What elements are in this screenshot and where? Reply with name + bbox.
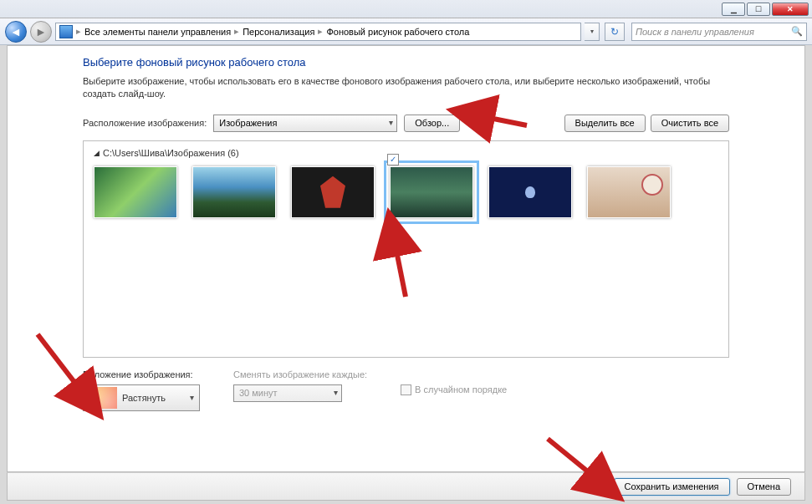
maximize-button[interactable] xyxy=(747,3,770,16)
shuffle-label: В случайном порядке xyxy=(415,384,507,395)
wallpaper-thumbnail[interactable] xyxy=(390,166,473,218)
wallpaper-thumbnail[interactable] xyxy=(488,166,572,218)
search-icon: 🔍 xyxy=(791,26,803,37)
content-pane: Выберите фоновый рисунок рабочего стола … xyxy=(7,45,805,472)
address-dropdown-button[interactable]: ▾ xyxy=(585,23,600,41)
folder-header[interactable]: ◢ C:\Users\Шива\Изображения (6) xyxy=(94,148,718,158)
cancel-button[interactable]: Отмена xyxy=(737,478,791,496)
position-value: Растянуть xyxy=(122,393,166,403)
clear-all-button[interactable]: Очистить все xyxy=(651,115,729,132)
breadcrumb-level2[interactable]: Фоновый рисунок рабочего стола xyxy=(326,27,469,37)
back-button[interactable]: ◄ xyxy=(5,21,27,43)
collapse-icon: ◢ xyxy=(94,149,100,157)
wallpaper-thumbnail[interactable] xyxy=(587,166,671,218)
interval-dropdown: 30 минут xyxy=(233,384,342,402)
wallpaper-thumbnail[interactable] xyxy=(192,166,276,218)
select-all-button[interactable]: Выделить все xyxy=(564,115,646,132)
breadcrumb-sep-icon: ▸ xyxy=(234,26,239,37)
wallpaper-thumbnail[interactable] xyxy=(291,166,375,218)
breadcrumb-root[interactable]: Все элементы панели управления xyxy=(84,27,231,37)
wallpaper-thumbnail[interactable] xyxy=(94,166,177,218)
forward-button[interactable]: ► xyxy=(30,21,52,43)
navigation-bar: ◄ ► ▸ Все элементы панели управления ▸ П… xyxy=(0,18,812,45)
control-panel-icon xyxy=(59,25,73,38)
browse-button[interactable]: Обзор... xyxy=(404,115,460,132)
thumbnail-checkbox[interactable] xyxy=(387,154,399,165)
interval-value: 30 минут xyxy=(239,388,278,398)
breadcrumb-level1[interactable]: Персонализация xyxy=(243,27,314,37)
interval-label: Сменять изображение каждые: xyxy=(233,369,367,379)
save-button[interactable]: Сохранить изменения xyxy=(614,478,730,496)
close-button[interactable] xyxy=(772,3,809,16)
breadcrumb-sep-icon: ▸ xyxy=(318,26,323,37)
location-value: Изображения xyxy=(219,118,277,128)
location-label: Расположение изображения: xyxy=(83,118,207,128)
minimize-button[interactable] xyxy=(722,3,745,16)
location-dropdown[interactable]: Изображения xyxy=(213,115,397,132)
page-description: Выберите изображение, чтобы использовать… xyxy=(83,75,729,101)
position-label: Положение изображения: xyxy=(83,369,200,379)
address-bar[interactable]: ▸ Все элементы панели управления ▸ Персо… xyxy=(55,23,581,41)
position-dropdown[interactable]: Растянуть xyxy=(83,384,200,411)
folder-path: C:\Users\Шива\Изображения (6) xyxy=(103,148,239,158)
position-preview-icon xyxy=(85,387,117,409)
refresh-button[interactable]: ↻ xyxy=(605,23,625,41)
window-titlebar xyxy=(0,0,812,18)
dialog-footer: Сохранить изменения Отмена xyxy=(7,472,805,501)
breadcrumb-sep-icon: ▸ xyxy=(76,26,81,37)
page-title: Выберите фоновый рисунок рабочего стола xyxy=(83,56,729,69)
search-placeholder: Поиск в панели управления xyxy=(636,27,754,37)
image-gallery: ◢ C:\Users\Шива\Изображения (6) xyxy=(83,140,729,358)
shuffle-checkbox xyxy=(401,384,411,395)
search-input[interactable]: Поиск в панели управления 🔍 xyxy=(631,23,807,41)
